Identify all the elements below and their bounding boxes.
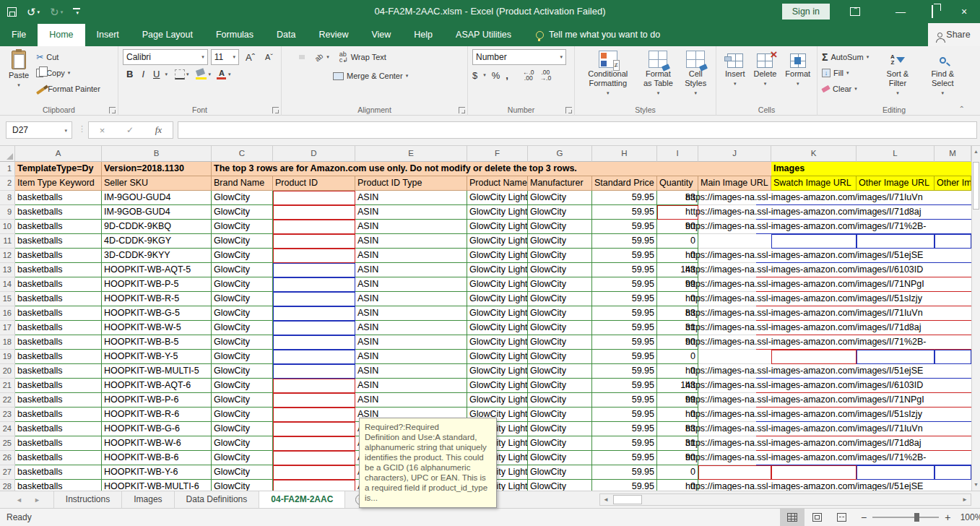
cell-seller-sku[interactable]: HOOPKIT-WB-R-6 bbox=[102, 408, 212, 422]
wrap-text-button[interactable]: abc↲Wrap Text bbox=[339, 49, 386, 65]
cell-seller-sku[interactable]: HOOPKIT-WB-B-5 bbox=[102, 335, 212, 350]
column-header-F[interactable]: F bbox=[467, 146, 528, 162]
cell-brand[interactable]: GlowCity bbox=[212, 220, 273, 234]
cell-brand[interactable]: GlowCity bbox=[212, 422, 273, 436]
cell-price[interactable]: 59.95 bbox=[592, 277, 657, 292]
cell-product-id-type[interactable]: ASIN bbox=[355, 335, 467, 350]
increase-indent-button[interactable] bbox=[318, 74, 324, 78]
increase-decimal-button[interactable]: ←.0.00 bbox=[523, 69, 534, 81]
cell-main-image-url[interactable] bbox=[698, 234, 771, 249]
cell-manufacturer[interactable]: GlowCity bbox=[528, 234, 592, 249]
share-button[interactable]: Share bbox=[928, 23, 980, 46]
alignment-dialog-launcher[interactable] bbox=[459, 107, 465, 113]
clear-button[interactable]: Clear▾ bbox=[822, 81, 869, 97]
cell-header-4[interactable]: Product ID bbox=[273, 176, 355, 191]
cell-header-5[interactable]: Product ID Type bbox=[355, 176, 467, 191]
percent-style-button[interactable]: % bbox=[492, 70, 500, 81]
insert-cells-button[interactable]: Insert▾ bbox=[721, 52, 750, 90]
bold-button[interactable]: B bbox=[123, 68, 136, 80]
tab-home[interactable]: Home bbox=[38, 24, 84, 46]
cell-product-id[interactable] bbox=[273, 408, 355, 422]
cell-image-url-text[interactable]: https://images-na.ssl-images-amazon.com/… bbox=[685, 408, 956, 422]
copy-button[interactable]: Copy▾ bbox=[36, 65, 100, 81]
cell-brand[interactable]: GlowCity bbox=[212, 480, 273, 491]
cell-image-url-text[interactable]: https://images-na.ssl-images-amazon.com/… bbox=[685, 306, 956, 321]
cell-product-id-type[interactable]: ASIN bbox=[355, 393, 467, 408]
cell-swatch-image-url[interactable] bbox=[771, 350, 857, 364]
cell-header-1[interactable]: Item Type Keyword bbox=[15, 176, 102, 191]
cell-header-3[interactable]: Brand Name bbox=[212, 176, 273, 191]
cell-brand[interactable]: GlowCity bbox=[212, 335, 273, 350]
cell-brand[interactable]: GlowCity bbox=[212, 234, 273, 249]
cell-header-8[interactable]: Standard Price bbox=[592, 176, 657, 191]
cell-product-id-type[interactable]: ASIN bbox=[355, 220, 467, 234]
cell-item-type[interactable]: basketballs bbox=[15, 408, 102, 422]
minimize-button[interactable]: — bbox=[885, 0, 916, 23]
sheet-nav-left-icon[interactable]: ◄ bbox=[16, 496, 22, 504]
cell-brand[interactable]: GlowCity bbox=[212, 205, 273, 220]
cell-product-id-type[interactable]: ASIN bbox=[355, 234, 467, 249]
cell-product-id-type[interactable]: ASIN bbox=[355, 263, 467, 277]
row-header-1[interactable]: 1 bbox=[0, 162, 15, 176]
cell-image-url-text[interactable]: https://images-na.ssl-images-amazon.com/… bbox=[685, 422, 956, 436]
cell-manufacturer[interactable]: GlowCity bbox=[528, 191, 592, 205]
cell-product-id[interactable] bbox=[273, 321, 355, 335]
cell-item-type[interactable]: basketballs bbox=[15, 249, 102, 263]
tab-asap-utilities[interactable]: ASAP Utilities bbox=[444, 24, 523, 46]
tab-help[interactable]: Help bbox=[402, 24, 444, 46]
cell-image-url-text[interactable]: https://images-na.ssl-images-amazon.com/… bbox=[685, 379, 956, 393]
cell-header-13[interactable]: Other Image URL bbox=[935, 176, 971, 191]
number-format-select[interactable]: Number▾ bbox=[472, 49, 566, 65]
select-all-corner[interactable] bbox=[0, 146, 15, 162]
cell-brand[interactable]: GlowCity bbox=[212, 306, 273, 321]
column-header-K[interactable]: K bbox=[771, 146, 857, 162]
cell-item-type[interactable]: basketballs bbox=[15, 277, 102, 292]
cell-product-id[interactable] bbox=[273, 191, 355, 205]
cell-image-url-text[interactable]: https://images-na.ssl-images-amazon.com/… bbox=[685, 335, 956, 350]
row-header-27[interactable]: 27 bbox=[0, 465, 15, 480]
decrease-decimal-button[interactable]: .00→.0 bbox=[540, 69, 552, 81]
cell-product-id[interactable] bbox=[273, 350, 355, 364]
cell-product-name[interactable]: GlowCity Light bbox=[467, 277, 528, 292]
cell-price[interactable]: 59.95 bbox=[592, 364, 657, 379]
cell-brand[interactable]: GlowCity bbox=[212, 465, 273, 480]
cell-image-url-text[interactable]: https://images-na.ssl-images-amazon.com/… bbox=[685, 249, 956, 263]
cell-quantity[interactable]: 0 bbox=[657, 350, 698, 364]
cell-manufacturer[interactable]: GlowCity bbox=[528, 335, 592, 350]
column-header-L[interactable]: L bbox=[857, 146, 935, 162]
cell-seller-sku[interactable]: HOOPKIT-WB-Y-5 bbox=[102, 350, 212, 364]
cancel-icon[interactable]: × bbox=[100, 125, 105, 136]
zoom-slider[interactable] bbox=[872, 517, 939, 518]
cell-product-id-type[interactable]: ASIN bbox=[355, 364, 467, 379]
sheet-tab-images[interactable]: Images bbox=[122, 491, 174, 508]
cell-item-type[interactable]: basketballs bbox=[15, 436, 102, 451]
cell-main-image-url[interactable] bbox=[698, 465, 771, 480]
cell-manufacturer[interactable]: GlowCity bbox=[528, 220, 592, 234]
underline-button[interactable]: U bbox=[149, 68, 163, 80]
row-header-13[interactable]: 13 bbox=[0, 263, 15, 277]
cell-swatch-image-url[interactable] bbox=[771, 234, 857, 249]
cell-brand[interactable]: GlowCity bbox=[212, 321, 273, 335]
cell-manufacturer[interactable]: GlowCity bbox=[528, 292, 592, 306]
cell-header-11[interactable]: Swatch Image URL bbox=[771, 176, 857, 191]
merge-center-button[interactable]: Merge & Center▾ bbox=[333, 68, 408, 84]
cell-manufacturer[interactable]: GlowCity bbox=[528, 364, 592, 379]
cell-image-url-text[interactable]: https://images-na.ssl-images-amazon.com/… bbox=[685, 220, 956, 234]
font-name-select[interactable]: Calibri▾ bbox=[123, 49, 208, 65]
cell-images-header[interactable]: Images bbox=[771, 162, 971, 176]
cell-price[interactable]: 59.95 bbox=[592, 350, 657, 364]
sheet-nav-right-icon[interactable]: ► bbox=[34, 496, 40, 504]
cell-header-9[interactable]: Quantity bbox=[657, 176, 698, 191]
accounting-format-button[interactable]: $ bbox=[472, 70, 477, 81]
cell-item-type[interactable]: basketballs bbox=[15, 234, 102, 249]
formula-bar-splitter[interactable]: ⋮ bbox=[78, 124, 87, 134]
cell-product-id-type[interactable]: ASIN bbox=[355, 321, 467, 335]
align-right-button[interactable] bbox=[299, 74, 305, 78]
cell-item-type[interactable]: basketballs bbox=[15, 205, 102, 220]
cell-brand[interactable]: GlowCity bbox=[212, 393, 273, 408]
zoom-in-button[interactable]: + bbox=[945, 512, 950, 523]
cell-product-name[interactable]: GlowCity Light bbox=[467, 306, 528, 321]
decrease-font-button[interactable]: Aˇ bbox=[261, 52, 277, 62]
cell-other-image-url[interactable] bbox=[857, 465, 935, 480]
fill-color-button[interactable] bbox=[196, 69, 207, 79]
